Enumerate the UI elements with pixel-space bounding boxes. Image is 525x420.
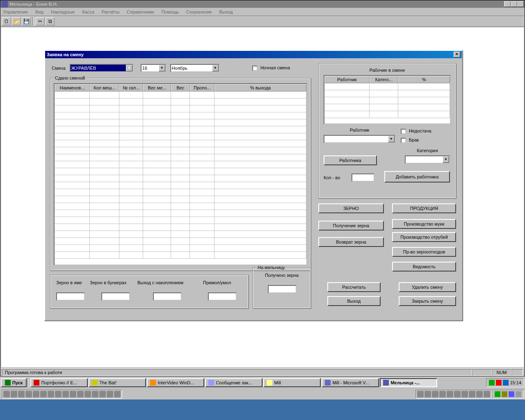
bran-prod-button[interactable]: Производство отрубей: [392, 232, 456, 242]
table-row[interactable]: [55, 126, 306, 133]
ql-icon[interactable]: [454, 391, 461, 397]
category-combo[interactable]: ▼: [405, 155, 450, 164]
table-row[interactable]: [55, 133, 306, 140]
ql-icon[interactable]: [40, 391, 47, 397]
task-button[interactable]: Сообщение зак...: [205, 378, 262, 387]
table-row[interactable]: [55, 189, 306, 196]
table-row[interactable]: [55, 140, 306, 147]
close-button[interactable]: ✕: [517, 1, 524, 7]
task-button[interactable]: InterVideo WinD...: [147, 378, 204, 387]
ql-icon[interactable]: [469, 391, 475, 397]
menu-item[interactable]: Касса: [82, 9, 94, 14]
ql-icon[interactable]: [417, 391, 424, 397]
table-row[interactable]: [55, 112, 306, 119]
table-row[interactable]: [55, 224, 306, 231]
flour-prod-button[interactable]: Производство муки: [392, 219, 456, 229]
menu-item[interactable]: Накладные: [51, 9, 75, 14]
ql-icon[interactable]: [48, 391, 54, 397]
table-row[interactable]: [55, 161, 306, 168]
table-row[interactable]: [55, 168, 306, 175]
ql-icon[interactable]: [33, 391, 39, 397]
task-button[interactable]: Mill - Microsoft V...: [322, 378, 379, 387]
task-button[interactable]: Mill: [263, 378, 321, 387]
close-shift-button[interactable]: Закрыть смену: [399, 296, 456, 306]
table-row[interactable]: [55, 182, 306, 189]
menu-item[interactable]: Помощь: [162, 9, 179, 14]
grind-input[interactable]: [208, 292, 237, 301]
clock[interactable]: 15:14: [510, 380, 521, 385]
ql-icon[interactable]: [476, 391, 483, 397]
ql-icon[interactable]: [425, 391, 431, 397]
table-row[interactable]: [324, 104, 450, 111]
calculate-button[interactable]: Рассчитать: [327, 282, 381, 292]
dialog-close-button[interactable]: ✕: [454, 52, 460, 57]
table-row[interactable]: [55, 231, 306, 238]
statement-button[interactable]: Ведомость: [392, 262, 456, 272]
pit-input[interactable]: [56, 292, 85, 301]
task-button[interactable]: Портфолио // E...: [30, 378, 88, 387]
table-row[interactable]: [324, 83, 450, 90]
maximize-button[interactable]: ❐: [511, 1, 517, 7]
shortage-checkbox[interactable]: [401, 129, 406, 134]
menu-item[interactable]: Расчёты: [102, 9, 119, 14]
ql-icon[interactable]: [55, 391, 62, 397]
bunker-input[interactable]: [101, 292, 130, 301]
table-row[interactable]: [55, 238, 306, 245]
table-row[interactable]: [55, 105, 306, 112]
tray-icon[interactable]: [489, 380, 495, 386]
table-row[interactable]: [324, 111, 450, 118]
ql-icon[interactable]: [62, 391, 69, 397]
grain-button[interactable]: ЗЕРНО: [318, 203, 384, 213]
return-grain-button[interactable]: Возврат зерна: [318, 237, 384, 247]
ql-icon[interactable]: [92, 391, 98, 397]
tray-icon[interactable]: [495, 391, 500, 397]
copy-button[interactable]: ⧉: [46, 17, 55, 25]
qty-input[interactable]: [352, 173, 374, 182]
ql-icon[interactable]: [484, 391, 490, 397]
ql-icon[interactable]: [3, 391, 10, 397]
ql-icon[interactable]: [11, 391, 17, 397]
ql-icon[interactable]: [84, 391, 91, 397]
workers-grid[interactable]: Работник Катего... %: [324, 75, 451, 124]
cut-button[interactable]: ✂: [36, 17, 45, 25]
system-tray-2[interactable]: [492, 390, 524, 399]
table-row[interactable]: [55, 154, 306, 161]
table-row[interactable]: [55, 119, 306, 126]
table-row[interactable]: [324, 90, 450, 97]
new-button[interactable]: 🗋: [2, 17, 11, 25]
task-button-active[interactable]: Мельница -...: [380, 378, 437, 387]
add-worker-button[interactable]: Добавить работника: [384, 171, 450, 183]
start-button[interactable]: Пуск: [1, 378, 27, 387]
table-row[interactable]: [55, 91, 306, 98]
menu-item[interactable]: Справочники: [127, 9, 154, 14]
ql-icon[interactable]: [25, 391, 32, 397]
worker-button[interactable]: Работника: [324, 155, 377, 165]
ql-icon[interactable]: [447, 391, 453, 397]
received-input[interactable]: [268, 285, 297, 293]
task-button[interactable]: The Bat!: [89, 378, 146, 387]
defect-checkbox[interactable]: [401, 138, 406, 143]
delivered-grid[interactable]: Наименов... Кол меш... № скл... Вес ме..…: [54, 83, 307, 265]
tray-lang-icon[interactable]: [503, 380, 509, 386]
ql-icon[interactable]: [18, 391, 25, 397]
volume-icon[interactable]: [516, 391, 521, 397]
tray-icon[interactable]: [496, 380, 502, 386]
table-row[interactable]: [55, 98, 306, 105]
menu-item[interactable]: Сохранение: [186, 9, 212, 14]
save-button[interactable]: 💾: [22, 17, 31, 25]
ql-icon[interactable]: [99, 391, 106, 397]
ql-icon[interactable]: [70, 391, 76, 397]
table-row[interactable]: [324, 97, 450, 104]
ql-icon[interactable]: [107, 391, 113, 397]
day-combo[interactable]: 16▼: [141, 64, 166, 72]
ql-icon[interactable]: [461, 391, 468, 397]
accum-input[interactable]: [153, 292, 182, 301]
waste-prod-button[interactable]: Пр-во зерноотходов: [392, 247, 456, 257]
minimize-button[interactable]: _: [504, 1, 511, 7]
menu-item[interactable]: Вид: [35, 9, 43, 14]
table-row[interactable]: [55, 217, 306, 224]
table-row[interactable]: [55, 175, 306, 182]
table-row[interactable]: [55, 252, 306, 259]
tray-icon[interactable]: [509, 391, 514, 397]
table-row[interactable]: [55, 147, 306, 154]
